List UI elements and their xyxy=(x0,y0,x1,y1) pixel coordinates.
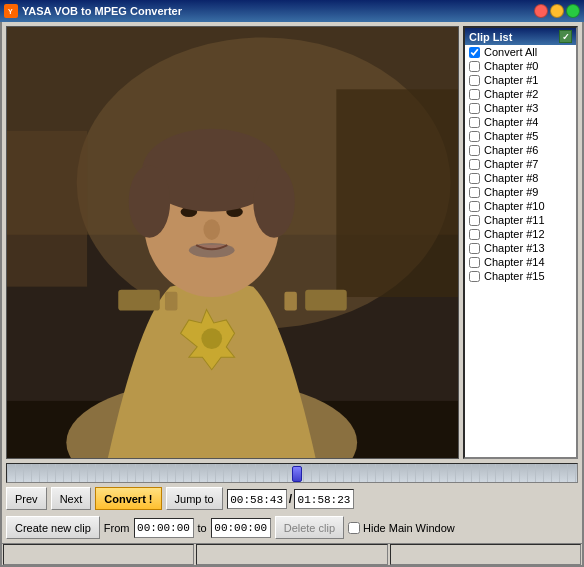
clip-list-item-chapter-4[interactable]: Chapter #4 xyxy=(465,115,576,129)
clip-list-header: Clip List ✓ xyxy=(465,28,576,45)
prev-button[interactable]: Prev xyxy=(6,487,47,510)
title-bar: Y YASA VOB to MPEG Converter xyxy=(0,0,584,22)
clip-checkbox-chapter-0[interactable] xyxy=(469,61,480,72)
window-controls xyxy=(534,4,580,18)
time-separator: / xyxy=(289,492,292,506)
hide-main-label[interactable]: Hide Main Window xyxy=(348,522,455,534)
clip-checkbox-chapter-5[interactable] xyxy=(469,131,480,142)
clip-checkbox-chapter-14[interactable] xyxy=(469,257,480,268)
clip-label-chapter-1: Chapter #1 xyxy=(484,74,538,86)
clip-checkbox-chapter-4[interactable] xyxy=(469,117,480,128)
from-time-input[interactable] xyxy=(134,518,194,538)
jump-to-button[interactable]: Jump to xyxy=(166,487,223,510)
clip-label-chapter-5: Chapter #5 xyxy=(484,130,538,142)
clip-list-item-chapter-13[interactable]: Chapter #13 xyxy=(465,241,576,255)
svg-point-19 xyxy=(201,328,222,349)
svg-point-17 xyxy=(253,165,295,238)
timeline-area[interactable] xyxy=(6,463,578,483)
clip-label-chapter-14: Chapter #14 xyxy=(484,256,545,268)
clip-list-item-chapter-7[interactable]: Chapter #7 xyxy=(465,157,576,171)
next-button[interactable]: Next xyxy=(51,487,92,510)
clip-list-item-chapter-15[interactable]: Chapter #15 xyxy=(465,269,576,283)
clip-list-item-chapter-12[interactable]: Chapter #12 xyxy=(465,227,576,241)
main-container: Clip List ✓ Convert AllChapter #0Chapter… xyxy=(0,22,584,567)
clip-list-item-chapter-10[interactable]: Chapter #10 xyxy=(465,199,576,213)
hide-main-text: Hide Main Window xyxy=(363,522,455,534)
svg-rect-6 xyxy=(7,131,87,287)
window-title: YASA VOB to MPEG Converter xyxy=(22,5,534,17)
status-bar xyxy=(2,543,582,565)
clip-label-chapter-2: Chapter #2 xyxy=(484,88,538,100)
clip-checkbox-chapter-3[interactable] xyxy=(469,103,480,114)
clip-label-chapter-6: Chapter #6 xyxy=(484,144,538,156)
total-time-display: 01:58:23 xyxy=(294,489,354,509)
clip-checkbox-chapter-6[interactable] xyxy=(469,145,480,156)
clip-checkbox-chapter-15[interactable] xyxy=(469,271,480,282)
clip-label-chapter-0: Chapter #0 xyxy=(484,60,538,72)
status-panel-3 xyxy=(390,544,581,565)
status-panel-2 xyxy=(196,544,387,565)
clip-list-item-chapter-1[interactable]: Chapter #1 xyxy=(465,73,576,87)
video-display xyxy=(7,27,458,458)
clip-label-chapter-3: Chapter #3 xyxy=(484,102,538,114)
controls-row-2: Create new clip From to Delete clip Hide… xyxy=(2,514,582,543)
clip-list-check-icon[interactable]: ✓ xyxy=(559,30,572,43)
clip-list-item-chapter-3[interactable]: Chapter #3 xyxy=(465,101,576,115)
timeline-thumb[interactable] xyxy=(292,466,302,482)
convert-button[interactable]: Convert ! xyxy=(95,487,161,510)
clip-label-chapter-12: Chapter #12 xyxy=(484,228,545,240)
clip-checkbox-chapter-2[interactable] xyxy=(469,89,480,100)
controls-row-1: Prev Next Convert ! Jump to 00:58:43 / 0… xyxy=(2,483,582,514)
create-clip-button[interactable]: Create new clip xyxy=(6,516,100,539)
svg-text:Y: Y xyxy=(8,8,13,15)
clip-list-item-chapter-11[interactable]: Chapter #11 xyxy=(465,213,576,227)
clip-list-item-chapter-2[interactable]: Chapter #2 xyxy=(465,87,576,101)
to-time-input[interactable] xyxy=(211,518,271,538)
clip-checkbox-chapter-9[interactable] xyxy=(469,187,480,198)
status-panel-1 xyxy=(3,544,194,565)
svg-rect-5 xyxy=(336,89,458,297)
clip-list-title: Clip List xyxy=(469,31,512,43)
from-label: From xyxy=(104,522,130,534)
svg-rect-23 xyxy=(305,290,347,311)
clip-checkbox-chapter-12[interactable] xyxy=(469,229,480,240)
svg-point-16 xyxy=(129,165,171,238)
svg-rect-22 xyxy=(118,290,160,311)
close-button[interactable] xyxy=(534,4,548,18)
clip-label-chapter-10: Chapter #10 xyxy=(484,200,545,212)
clip-label-chapter-13: Chapter #13 xyxy=(484,242,545,254)
clip-label-chapter-4: Chapter #4 xyxy=(484,116,538,128)
clip-list-panel: Clip List ✓ Convert AllChapter #0Chapter… xyxy=(463,26,578,459)
clip-list-scroll[interactable]: Convert AllChapter #0Chapter #1Chapter #… xyxy=(465,45,576,457)
content-area: Clip List ✓ Convert AllChapter #0Chapter… xyxy=(2,22,582,463)
hide-main-checkbox[interactable] xyxy=(348,522,360,534)
clip-label-chapter-7: Chapter #7 xyxy=(484,158,538,170)
clip-checkbox-chapter-8[interactable] xyxy=(469,173,480,184)
clip-checkbox-convert-all[interactable] xyxy=(469,47,480,58)
delete-clip-button[interactable]: Delete clip xyxy=(275,516,344,539)
clip-checkbox-chapter-7[interactable] xyxy=(469,159,480,170)
svg-rect-21 xyxy=(284,292,296,311)
clip-label-chapter-9: Chapter #9 xyxy=(484,186,538,198)
clip-list-item-chapter-14[interactable]: Chapter #14 xyxy=(465,255,576,269)
clip-label-convert-all: Convert All xyxy=(484,46,537,58)
maximize-button[interactable] xyxy=(566,4,580,18)
clip-list-item-chapter-5[interactable]: Chapter #5 xyxy=(465,129,576,143)
clip-list-item-convert-all[interactable]: Convert All xyxy=(465,45,576,59)
clip-list-item-chapter-9[interactable]: Chapter #9 xyxy=(465,185,576,199)
app-icon: Y xyxy=(4,4,18,18)
time-display: 00:58:43 / 01:58:23 xyxy=(227,489,354,509)
clip-checkbox-chapter-1[interactable] xyxy=(469,75,480,86)
clip-label-chapter-8: Chapter #8 xyxy=(484,172,538,184)
clip-list-item-chapter-6[interactable]: Chapter #6 xyxy=(465,143,576,157)
clip-checkbox-chapter-10[interactable] xyxy=(469,201,480,212)
clip-checkbox-chapter-13[interactable] xyxy=(469,243,480,254)
svg-rect-20 xyxy=(165,292,177,311)
clip-list-item-chapter-8[interactable]: Chapter #8 xyxy=(465,171,576,185)
current-time-display: 00:58:43 xyxy=(227,489,287,509)
minimize-button[interactable] xyxy=(550,4,564,18)
to-label: to xyxy=(198,522,207,534)
clip-checkbox-chapter-11[interactable] xyxy=(469,215,480,226)
clip-list-item-chapter-0[interactable]: Chapter #0 xyxy=(465,59,576,73)
clip-label-chapter-15: Chapter #15 xyxy=(484,270,545,282)
